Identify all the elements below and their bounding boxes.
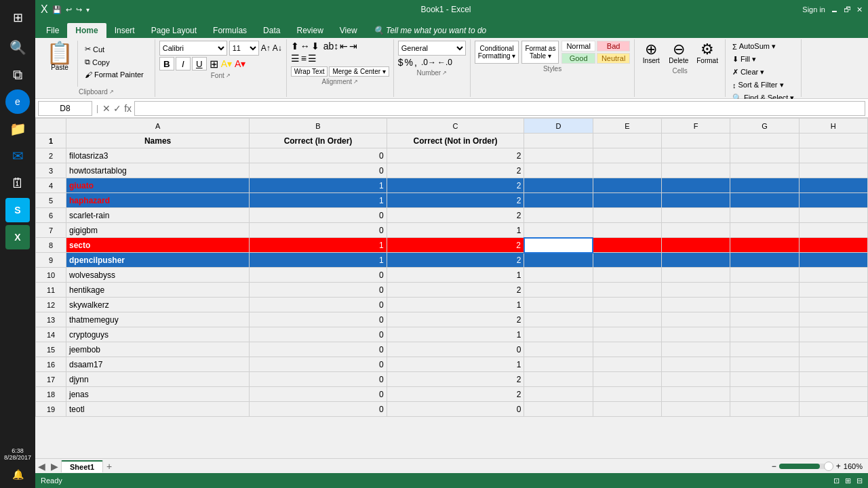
cell-F18[interactable]	[661, 387, 730, 402]
cell-B15[interactable]: 0	[250, 342, 387, 357]
cell-H9[interactable]	[799, 253, 867, 268]
cell-D14[interactable]	[524, 327, 593, 342]
cell-A6[interactable]: scarlet-rain	[66, 208, 250, 223]
cell-F4[interactable]	[661, 178, 730, 193]
italic-button[interactable]: I	[176, 57, 191, 70]
font-color-button[interactable]: A▾	[235, 58, 245, 69]
cell-H6[interactable]	[799, 208, 867, 223]
undo-button[interactable]: ↩	[66, 5, 72, 14]
cell-G19[interactable]	[730, 402, 799, 417]
cell-G5[interactable]	[730, 193, 799, 208]
edge-icon[interactable]: e	[5, 89, 30, 114]
cell-E5[interactable]	[593, 193, 661, 208]
cut-button[interactable]: ✂ Cut	[82, 43, 146, 55]
cell-E3[interactable]	[593, 163, 661, 178]
cell-H1[interactable]	[799, 134, 867, 148]
cell-F15[interactable]	[661, 342, 730, 357]
cell-D1[interactable]	[524, 134, 593, 148]
tab-review[interactable]: Review	[288, 23, 331, 38]
skype-icon[interactable]: S	[5, 198, 30, 222]
cell-A2[interactable]: filotasriza3	[66, 148, 250, 163]
cell-H2[interactable]	[799, 148, 867, 163]
cell-D18[interactable]	[524, 387, 593, 402]
cell-G14[interactable]	[730, 327, 799, 342]
tab-formulas[interactable]: Formulas	[205, 23, 255, 38]
cell-E19[interactable]	[593, 402, 661, 417]
quick-save[interactable]: 💾	[52, 5, 62, 14]
search-taskbar[interactable]: 🔍	[5, 35, 30, 60]
cell-D9[interactable]	[524, 253, 593, 268]
view-layout[interactable]: ⊞	[845, 476, 851, 485]
delete-cells-button[interactable]: ⊖ Delete	[666, 41, 691, 66]
customize-quick-access[interactable]: ▾	[86, 6, 90, 14]
fill-color-button[interactable]: A▾	[221, 58, 232, 69]
cell-G9[interactable]	[730, 253, 799, 268]
cell-C16[interactable]: 1	[387, 357, 524, 372]
cell-E17[interactable]	[593, 372, 661, 387]
cell-D7[interactable]	[524, 223, 593, 238]
cell-C4[interactable]: 2	[387, 178, 524, 193]
cell-C17[interactable]: 2	[387, 372, 524, 387]
cancel-formula[interactable]: ✕	[102, 103, 111, 114]
cell-G16[interactable]	[730, 357, 799, 372]
style-good[interactable]: Good	[561, 53, 595, 64]
cell-B3[interactable]: 0	[250, 163, 387, 178]
cell-C11[interactable]: 2	[387, 283, 524, 298]
tab-view[interactable]: View	[332, 23, 366, 38]
bold-button[interactable]: B	[159, 57, 174, 70]
cell-B5[interactable]: 1	[250, 193, 387, 208]
tab-file[interactable]: File	[38, 23, 67, 38]
cell-E6[interactable]	[593, 208, 661, 223]
notification-icon[interactable]: 🔔	[9, 466, 26, 483]
cell-A17[interactable]: djynn	[66, 372, 250, 387]
cell-C12[interactable]: 1	[387, 298, 524, 312]
cell-G3[interactable]	[730, 163, 799, 178]
cell-F10[interactable]	[661, 268, 730, 283]
cell-A9[interactable]: dpencilpusher	[66, 253, 250, 268]
cell-A11[interactable]: hentikage	[66, 283, 250, 298]
cell-F17[interactable]	[661, 372, 730, 387]
cell-G18[interactable]	[730, 387, 799, 402]
cell-G15[interactable]	[730, 342, 799, 357]
cell-B11[interactable]: 0	[250, 283, 387, 298]
cell-E10[interactable]	[593, 268, 661, 283]
style-normal[interactable]: Normal	[561, 41, 595, 52]
cell-H13[interactable]	[799, 312, 867, 327]
cell-D8[interactable]	[524, 238, 593, 253]
mail-icon[interactable]: ✉	[5, 144, 30, 168]
cell-C13[interactable]: 2	[387, 312, 524, 327]
col-header-D[interactable]: D	[524, 119, 593, 134]
cell-C3[interactable]: 2	[387, 163, 524, 178]
cell-H15[interactable]	[799, 342, 867, 357]
tab-insert[interactable]: Insert	[106, 23, 143, 38]
align-left[interactable]: ☰	[291, 53, 300, 64]
view-pagebreak[interactable]: ⊟	[856, 476, 863, 485]
cell-G12[interactable]	[730, 298, 799, 312]
cell-G11[interactable]	[730, 283, 799, 298]
file-explorer[interactable]: 📁	[5, 117, 30, 141]
cell-B12[interactable]: 0	[250, 298, 387, 312]
alignment-expand[interactable]: ↗	[353, 79, 358, 85]
underline-button[interactable]: U	[192, 57, 207, 70]
cell-G13[interactable]	[730, 312, 799, 327]
conditional-formatting-button[interactable]: ConditionalFormatting ▾	[475, 41, 519, 64]
cell-G6[interactable]	[730, 208, 799, 223]
cell-B19[interactable]: 0	[250, 402, 387, 417]
number-expand[interactable]: ↗	[442, 70, 447, 76]
cell-D2[interactable]	[524, 148, 593, 163]
merge-center-button[interactable]: Merge & Center ▾	[329, 66, 389, 77]
cell-C14[interactable]: 1	[387, 327, 524, 342]
cell-H8[interactable]	[799, 238, 867, 253]
comma-format[interactable]: ,	[414, 57, 417, 68]
cell-G10[interactable]	[730, 268, 799, 283]
font-size-select[interactable]: 11	[229, 41, 259, 56]
cell-E7[interactable]	[593, 223, 661, 238]
align-middle[interactable]: ↔	[300, 41, 310, 52]
cell-E8[interactable]	[593, 238, 661, 253]
cell-A13[interactable]: thatmemeguy	[66, 312, 250, 327]
text-direction[interactable]: ab↕	[323, 41, 339, 52]
increase-font[interactable]: A↑	[261, 43, 271, 53]
cell-C8[interactable]: 2	[387, 238, 524, 253]
cell-D13[interactable]	[524, 312, 593, 327]
tab-data[interactable]: Data	[255, 23, 288, 38]
